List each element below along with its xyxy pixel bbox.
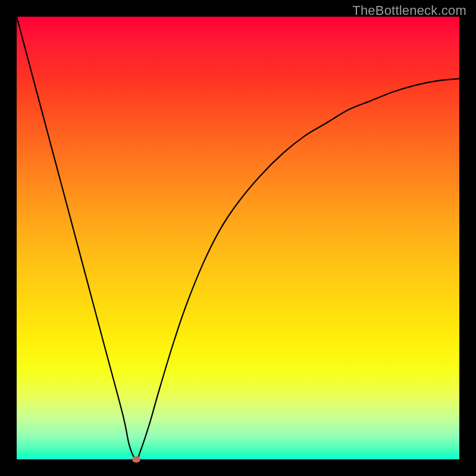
watermark-text: TheBottleneck.com [352, 3, 466, 18]
plot-gradient-background [17, 17, 459, 459]
optimal-point-marker [132, 456, 140, 463]
chart-frame: TheBottleneck.com [0, 0, 476, 476]
